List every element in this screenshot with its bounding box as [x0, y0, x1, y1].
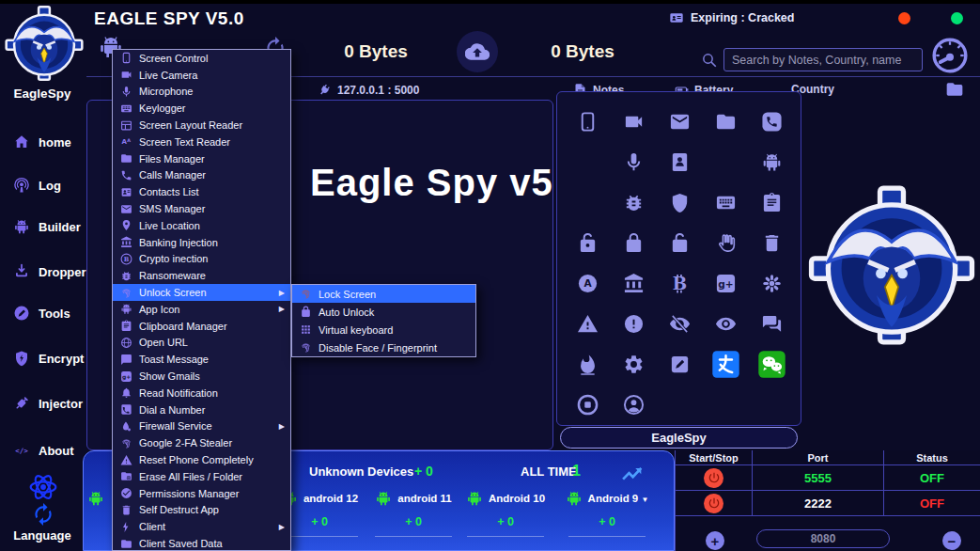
device-filter-android-10[interactable]: Android 10+ 0: [454, 489, 557, 537]
unlock-keyhole-icon[interactable]: [577, 232, 599, 254]
menu-item-read-notification[interactable]: Read Notification: [113, 385, 290, 401]
menu-item-erase-all-files-folder[interactable]: Erase All Files / Folder: [113, 468, 290, 485]
menu-item-screen-layout-reader[interactable]: Screen Layout Reader: [113, 117, 290, 134]
wechat-icon[interactable]: [757, 350, 786, 379]
device-filter-android-11[interactable]: android 11+ 0: [362, 489, 465, 537]
menu-item-clipboard-manager[interactable]: Clipboard Manager: [113, 318, 290, 335]
menu-item-sms-manager[interactable]: SMS Manager: [113, 200, 290, 217]
device-filter-android-9[interactable]: Android 9 ▼+ 0: [555, 489, 659, 537]
sidebar-item-home[interactable]: home: [13, 134, 85, 150]
menu-item-firewall-service[interactable]: Firewall Service▶: [113, 418, 290, 435]
map-icon[interactable]: [715, 151, 737, 173]
android-icon[interactable]: [761, 151, 783, 173]
menu-item-microphone[interactable]: Microphone: [113, 84, 290, 101]
menu-item-show-gmails[interactable]: g+Show Gmails: [113, 368, 290, 385]
sidebar-item-injector[interactable]: Injector: [13, 395, 85, 412]
remove-port-button[interactable]: −: [942, 531, 961, 550]
gplus-icon[interactable]: g+: [715, 273, 737, 294]
alipay-icon[interactable]: [711, 350, 740, 379]
sidebar-item-log[interactable]: Log: [13, 177, 85, 194]
pinwheel-icon[interactable]: [761, 273, 783, 294]
bank-icon[interactable]: [623, 273, 645, 294]
folder-icon[interactable]: [715, 111, 737, 133]
statistics-chart-icon[interactable]: [619, 459, 646, 485]
bitcoin-icon[interactable]: B: [669, 273, 691, 294]
circle-a-icon[interactable]: A: [577, 273, 599, 294]
gear-icon[interactable]: [623, 354, 645, 375]
menu-item-open-url[interactable]: Open URL: [113, 335, 290, 352]
flame-icon[interactable]: [577, 354, 599, 375]
menu-item-calls-manager[interactable]: Calls Manager: [113, 167, 290, 184]
android-green-icon: [375, 489, 392, 508]
tablet-icon[interactable]: [577, 111, 599, 133]
sidebar-item-builder[interactable]: Builder: [13, 218, 85, 235]
folder-button-icon[interactable]: [945, 80, 964, 99]
lock-icon[interactable]: [623, 232, 645, 254]
menu-item-files-manager[interactable]: Files Manager: [113, 150, 290, 167]
mail-icon[interactable]: [669, 111, 691, 133]
hand-icon[interactable]: [715, 232, 737, 254]
clipboard-icon[interactable]: [761, 192, 783, 213]
menu-item-permissions-manager[interactable]: Permissions Manager: [113, 485, 290, 502]
menu-item-crypto-inection[interactable]: BCrypto inection: [113, 251, 290, 268]
submenu-item-lock-screen[interactable]: Lock Screen: [292, 285, 475, 303]
menu-item-contacts-list[interactable]: Contacts List: [113, 183, 290, 200]
menu-item-label: Screen Control: [139, 53, 208, 64]
warning-icon[interactable]: [577, 313, 599, 335]
menu-item-ransomeware[interactable]: Ransomeware: [113, 267, 290, 284]
eye-off-icon[interactable]: [669, 313, 691, 335]
videocam-icon[interactable]: [623, 111, 645, 133]
bell-icon: [120, 386, 132, 399]
search-input[interactable]: [723, 48, 923, 71]
mic-icon[interactable]: [623, 151, 645, 173]
menu-item-screen-text-reader[interactable]: AAScreen Text Reader: [113, 134, 290, 150]
refresh-language-icon[interactable]: [31, 502, 55, 527]
contacts-book-icon[interactable]: [669, 151, 691, 173]
submenu-item-virtual-keyboard[interactable]: Virtual keyboard: [292, 321, 475, 338]
atom-icon[interactable]: [28, 472, 58, 502]
window-close-dot[interactable]: [898, 12, 910, 24]
submenu-item-disable-face-fingerprint[interactable]: Disable Face / Fingerprint: [292, 338, 475, 356]
menu-item-app-icon[interactable]: App Icon▶: [113, 301, 290, 318]
menu-item-live-location[interactable]: Live Location: [113, 217, 290, 234]
power-toggle-button[interactable]: [704, 468, 723, 488]
pen-square-icon[interactable]: [669, 354, 691, 375]
trash-icon[interactable]: [761, 232, 783, 254]
person-circle-icon[interactable]: [623, 394, 645, 416]
lock-open-icon[interactable]: [669, 232, 691, 254]
chat-double-icon[interactable]: [761, 313, 783, 335]
error-circle-icon[interactable]: [623, 313, 645, 335]
device-filter-partial[interactable]: [82, 489, 110, 508]
sidebar-item-encrypt[interactable]: Encrypt: [13, 350, 85, 367]
eye-icon[interactable]: [715, 313, 737, 335]
bug-icon[interactable]: [623, 192, 645, 213]
menu-item-screen-control[interactable]: Screen Control: [113, 50, 290, 67]
menu-item-keylogger[interactable]: Keylogger: [113, 100, 290, 117]
stop-circle-icon[interactable]: [577, 394, 599, 416]
sidebar-item-tools[interactable]: Tools: [13, 305, 85, 322]
eaglespy-pill-button[interactable]: EagleSpy: [560, 427, 798, 449]
building-icon[interactable]: [577, 151, 599, 173]
add-port-button[interactable]: +: [706, 531, 724, 550]
menu-item-self-destruct-app[interactable]: Self Destruct App: [113, 502, 290, 519]
menu-item-dial-a-number[interactable]: Dial a Number: [113, 401, 290, 418]
menu-item-reset-phone-completely[interactable]: Reset Phone Completely: [113, 451, 290, 468]
menu-item-client[interactable]: Client▶: [113, 518, 290, 535]
keyboard-icon[interactable]: [715, 192, 737, 213]
window-minimize-dot[interactable]: [951, 12, 963, 24]
phone-badge-icon[interactable]: [761, 111, 783, 133]
paperclip-icon[interactable]: [577, 192, 599, 213]
power-toggle-button[interactable]: [704, 494, 723, 513]
sidebar-item-dropper[interactable]: Dropper: [13, 263, 85, 280]
menu-item-banking-injection[interactable]: Banking Injection: [113, 234, 290, 251]
menu-item-google-2-fa-stealer[interactable]: Google 2-FA Stealer: [113, 434, 290, 451]
menu-item-client-saved-data[interactable]: Client Saved Data: [113, 535, 290, 551]
shield-icon[interactable]: [669, 192, 691, 213]
menu-item-toast-message[interactable]: Toast Message: [113, 351, 290, 368]
menu-item-label: Open URL: [139, 337, 188, 348]
sidebar-item-about[interactable]: </>About: [13, 442, 85, 459]
menu-item-unlock-screen[interactable]: Unlock Screen▶: [113, 284, 290, 301]
submenu-item-auto-unlock[interactable]: Auto Unlock: [292, 303, 475, 321]
menu-item-live-camera[interactable]: Live Camera: [113, 67, 290, 84]
port-input[interactable]: [756, 529, 890, 548]
